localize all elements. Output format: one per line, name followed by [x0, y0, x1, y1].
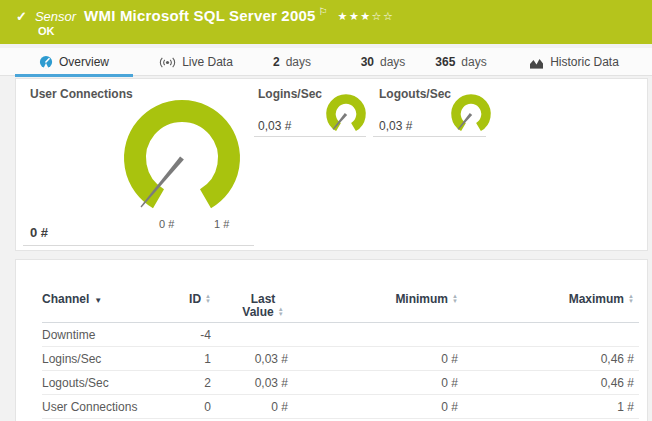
cell-last-value: 0,03 # — [211, 376, 288, 390]
cell-maximum: 0,46 # — [458, 376, 634, 390]
table-row-logins[interactable]: Logins/Sec 1 0,03 # 0 # 0,46 # — [42, 347, 639, 371]
cell-minimum: 0 # — [288, 352, 458, 366]
sort-toggle-icon: ▲▼ — [205, 294, 211, 304]
cell-channel[interactable]: User Connections — [42, 400, 166, 414]
logouts-gauge — [448, 92, 494, 136]
tab-2-days-unit: days — [286, 55, 311, 69]
cell-id: 2 — [166, 376, 211, 390]
tab-365-days[interactable]: 365 days — [424, 48, 498, 76]
cell-channel[interactable]: Logouts/Sec — [42, 376, 166, 390]
status-check-icon: ✓ — [16, 9, 27, 24]
column-header-channel-label: Channel — [42, 292, 89, 306]
cell-id: 0 — [166, 400, 211, 414]
column-header-id-label: ID — [189, 292, 201, 306]
logins-gauge — [323, 92, 369, 136]
sensor-header: ✓ Sensor WMI Microsoft SQL Server 2005 ⚐… — [0, 0, 652, 44]
status-badge: OK — [38, 25, 652, 37]
sensor-kind-label: Sensor — [35, 9, 76, 24]
gauge-scale-max: 1 # — [214, 218, 229, 230]
cell-id: 1 — [166, 352, 211, 366]
column-header-minimum-label: Minimum — [395, 292, 448, 306]
cell-id: -4 — [166, 328, 211, 342]
tab-live-data-label: Live Data — [182, 55, 233, 69]
column-header-maximum[interactable]: Maximum▲▼ — [458, 293, 634, 306]
tab-2-days-number: 2 — [273, 55, 280, 69]
logins-value: 0,03 # — [258, 119, 291, 133]
tab-365-days-unit: days — [461, 55, 486, 69]
cell-channel[interactable]: Downtime — [42, 328, 166, 342]
gauges-panel: User Connections 0 # 1 # 0 # Logins/Sec … — [15, 78, 648, 251]
column-header-last-value[interactable]: Last Value▲▼ — [211, 293, 288, 319]
tab-365-days-number: 365 — [435, 55, 455, 69]
cell-last-value: 0 # — [211, 400, 288, 414]
divider — [254, 136, 366, 137]
column-header-channel[interactable]: Channel▼ — [42, 293, 166, 307]
tab-30-days-number: 30 — [361, 55, 374, 69]
cell-maximum: 0,46 # — [458, 352, 634, 366]
channel-table-panel: Channel▼ ID▲▼ Last Value▲▼ Minimum▲▼ Max… — [15, 259, 648, 421]
tab-overview[interactable]: Overview — [15, 48, 133, 76]
sort-toggle-icon: ▲▼ — [452, 294, 458, 304]
column-header-minimum[interactable]: Minimum▲▼ — [288, 293, 458, 306]
tab-30-days-unit: days — [380, 55, 405, 69]
column-header-id[interactable]: ID▲▼ — [166, 293, 211, 306]
cell-minimum: 0 # — [288, 400, 458, 414]
tab-historic-data[interactable]: Historic Data — [515, 48, 633, 76]
tab-bar: Overview Live Data 2 days 30 days 365 da… — [0, 48, 652, 76]
table-header-row: Channel▼ ID▲▼ Last Value▲▼ Minimum▲▼ Max… — [42, 260, 639, 323]
history-chart-icon — [529, 56, 544, 69]
tab-live-data[interactable]: Live Data — [148, 48, 244, 76]
sensor-title: WMI Microsoft SQL Server 2005 — [84, 7, 315, 24]
cell-maximum: 1 # — [458, 400, 634, 414]
column-header-last-value-label: Last Value — [242, 292, 275, 319]
gauge-scale-min: 0 # — [159, 218, 174, 230]
tab-historic-data-label: Historic Data — [550, 55, 619, 69]
logouts-value: 0,03 # — [379, 119, 412, 133]
tab-2-days[interactable]: 2 days — [262, 48, 322, 76]
table-row-downtime[interactable]: Downtime -4 — [42, 323, 639, 347]
divider — [373, 136, 486, 137]
star-rating[interactable]: ★★★☆☆ — [338, 10, 395, 23]
table-row-logouts[interactable]: Logouts/Sec 2 0,03 # 0 # 0,46 # — [42, 371, 639, 395]
divider — [23, 245, 254, 246]
flag-icon[interactable]: ⚐ — [319, 6, 328, 17]
gauge-title-logins: Logins/Sec — [258, 87, 322, 101]
sort-toggle-icon: ▲▼ — [628, 294, 634, 304]
gauge-icon — [39, 55, 53, 69]
cell-minimum: 0 # — [288, 376, 458, 390]
column-header-maximum-label: Maximum — [569, 292, 624, 306]
user-connections-value: 0 # — [30, 225, 48, 240]
sort-desc-icon: ▼ — [94, 296, 102, 305]
tab-30-days[interactable]: 30 days — [350, 48, 416, 76]
sort-toggle-icon: ▲▼ — [278, 307, 284, 317]
cell-last-value: 0,03 # — [211, 352, 288, 366]
tab-overview-label: Overview — [59, 55, 109, 69]
gauge-title-logouts: Logouts/Sec — [379, 87, 451, 101]
table-row-user-connections[interactable]: User Connections 0 0 # 0 # 1 # — [42, 395, 639, 419]
user-connections-gauge — [116, 93, 248, 215]
live-broadcast-icon — [159, 56, 176, 69]
cell-channel[interactable]: Logins/Sec — [42, 352, 166, 366]
